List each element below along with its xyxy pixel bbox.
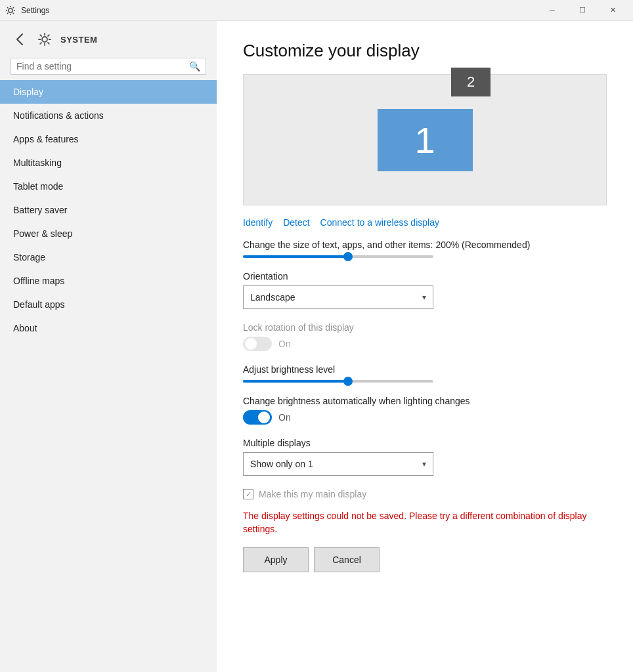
- multiple-displays-dropdown-arrow-icon: ▾: [422, 459, 426, 469]
- cancel-button[interactable]: Cancel: [314, 547, 380, 572]
- multiple-displays-label: Multiple displays: [243, 438, 607, 448]
- apply-button[interactable]: Apply: [243, 547, 309, 572]
- lock-toggle-row: On: [243, 337, 607, 351]
- svg-point-1: [42, 37, 47, 42]
- checkbox-check-icon: ✓: [246, 490, 251, 499]
- sidebar-item-tablet[interactable]: Tablet mode: [0, 175, 217, 198]
- sidebar-item-multitasking[interactable]: Multitasking: [0, 151, 217, 175]
- size-slider-track[interactable]: [243, 255, 433, 258]
- sidebar-item-display[interactable]: Display: [0, 80, 217, 104]
- sidebar-item-default[interactable]: Default apps: [0, 293, 217, 316]
- monitor-2: 2: [451, 68, 491, 96]
- lock-rotation-label: Lock rotation of this display: [243, 322, 607, 333]
- size-slider-thumb[interactable]: [343, 252, 353, 261]
- multiple-displays-setting: Multiple displays Show only on 1 ▾: [243, 438, 607, 476]
- sidebar-item-notifications[interactable]: Notifications & actions: [0, 104, 217, 127]
- back-button[interactable]: [11, 30, 29, 49]
- orientation-value: Landscape: [250, 292, 295, 303]
- brightness-label: Adjust brightness level: [243, 364, 607, 375]
- search-icon: 🔍: [189, 61, 200, 72]
- orientation-label: Orientation: [243, 271, 607, 282]
- minimize-button[interactable]: ─: [537, 0, 567, 21]
- close-button[interactable]: ✕: [598, 0, 628, 21]
- main-layout: SYSTEM 🔍 Display Notifications & actions…: [0, 21, 633, 672]
- detect-link[interactable]: Detect: [283, 217, 309, 228]
- brightness-setting: Adjust brightness level: [243, 364, 607, 383]
- auto-brightness-knob: [258, 411, 270, 423]
- maximize-button[interactable]: ☐: [567, 0, 598, 21]
- back-icon: [16, 33, 24, 46]
- auto-brightness-label: Change brightness automatically when lig…: [243, 396, 607, 406]
- sidebar: SYSTEM 🔍 Display Notifications & actions…: [0, 21, 217, 672]
- sidebar-item-offline[interactable]: Offline maps: [0, 269, 217, 293]
- auto-brightness-setting: Change brightness automatically when lig…: [243, 396, 607, 425]
- settings-app-icon: [5, 5, 16, 16]
- page-title: Customize your display: [243, 41, 607, 61]
- error-message: The display settings could not be saved.…: [243, 510, 607, 536]
- brightness-slider-fill: [243, 380, 348, 383]
- brightness-slider-track[interactable]: [243, 380, 433, 383]
- multiple-displays-dropdown[interactable]: Show only on 1 ▾: [243, 452, 433, 476]
- size-setting: Change the size of text, apps, and other…: [243, 240, 607, 258]
- sidebar-system-title: SYSTEM: [60, 35, 97, 45]
- titlebar-left: Settings: [5, 5, 49, 16]
- make-main-checkbox[interactable]: ✓: [243, 489, 253, 499]
- svg-point-0: [9, 9, 12, 12]
- search-box[interactable]: 🔍: [11, 58, 206, 75]
- lock-rotation-toggle[interactable]: [243, 337, 272, 351]
- sidebar-item-power[interactable]: Power & sleep: [0, 222, 217, 245]
- identify-link[interactable]: Identify: [243, 217, 273, 228]
- search-input[interactable]: [16, 61, 189, 72]
- display-preview: 1 2: [243, 74, 607, 205]
- multiple-displays-value: Show only on 1: [250, 459, 313, 469]
- lock-rotation-knob: [245, 338, 257, 350]
- auto-toggle-row: On: [243, 410, 607, 425]
- lock-rotation-setting: Lock rotation of this display On: [243, 322, 607, 351]
- size-slider-fill: [243, 255, 348, 258]
- dropdown-arrow-icon: ▾: [422, 293, 426, 302]
- sidebar-item-about[interactable]: About: [0, 316, 217, 340]
- action-buttons: Apply Cancel: [243, 547, 607, 572]
- titlebar-controls: ─ ☐ ✕: [537, 0, 628, 21]
- monitor-1: 1: [378, 109, 473, 171]
- sidebar-item-apps[interactable]: Apps & features: [0, 127, 217, 151]
- auto-toggle-label: On: [278, 412, 291, 423]
- make-main-label: Make this my main display: [259, 489, 366, 499]
- titlebar-title: Settings: [21, 6, 49, 15]
- sidebar-item-battery[interactable]: Battery saver: [0, 198, 217, 222]
- titlebar: Settings ─ ☐ ✕: [0, 0, 633, 21]
- sidebar-nav: Display Notifications & actions Apps & f…: [0, 80, 217, 340]
- sidebar-header: SYSTEM: [0, 21, 217, 58]
- lock-toggle-label: On: [278, 339, 291, 349]
- sidebar-item-storage[interactable]: Storage: [0, 245, 217, 269]
- wireless-link[interactable]: Connect to a wireless display: [320, 217, 439, 228]
- auto-brightness-toggle[interactable]: [243, 410, 272, 425]
- links-row: Identify Detect Connect to a wireless di…: [243, 217, 607, 228]
- system-settings-icon: [37, 32, 53, 47]
- content-pane: Customize your display 1 2 Identify Dete…: [217, 21, 633, 672]
- size-label: Change the size of text, apps, and other…: [243, 240, 607, 250]
- brightness-slider-thumb[interactable]: [343, 377, 353, 386]
- make-main-row: ✓ Make this my main display: [243, 489, 607, 499]
- search-box-container: 🔍: [0, 58, 217, 80]
- orientation-setting: Orientation Landscape ▾: [243, 271, 607, 309]
- orientation-dropdown[interactable]: Landscape ▾: [243, 285, 433, 309]
